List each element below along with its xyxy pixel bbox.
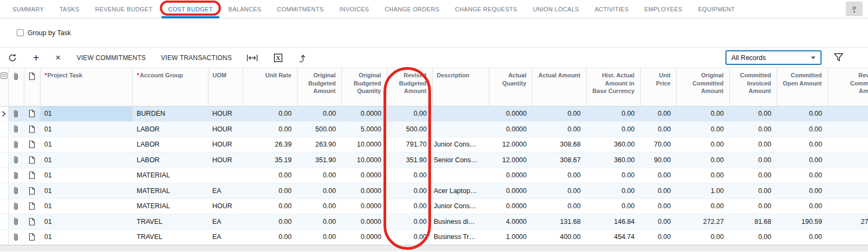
row-attachment-cell[interactable] <box>8 183 24 199</box>
tab-equipment[interactable]: EQUIPMENT <box>698 0 735 18</box>
cell-hist-actual-amount-in-base-currency[interactable]: 0.00 <box>586 183 640 199</box>
cell-revised-committed-amount[interactable]: 0.00 <box>827 106 868 122</box>
cell-actual-quantity[interactable]: 0.0000 <box>489 198 532 214</box>
cell-original-committed-amount[interactable]: 272.27 <box>676 214 729 230</box>
cell-revised-budgeted-amount[interactable]: 0.00 <box>387 106 432 122</box>
cell-revised-budgeted-amount[interactable]: 500.00 <box>387 122 432 137</box>
tab-employees[interactable]: EMPLOYEES <box>644 0 683 18</box>
cell-original-budgeted-quantity[interactable]: 0.0000 <box>341 183 387 199</box>
cell-uom[interactable] <box>208 168 243 183</box>
cell-revised-budgeted-amount[interactable]: 791.70 <box>387 137 432 152</box>
cell-uom[interactable]: HOUR <box>208 152 243 168</box>
table-row[interactable]: 01TRAVELEA0.000.000.00000.00Business di…… <box>0 214 868 230</box>
column-header-project-task[interactable]: *Project Task <box>40 68 132 106</box>
cell-original-budgeted-amount[interactable]: 351.90 <box>297 152 341 168</box>
cell-unit-price[interactable]: 0.00 <box>640 106 676 122</box>
cell-committed-invoiced-amount[interactable]: 0.00 <box>729 198 777 214</box>
row-attachment-cell[interactable] <box>8 106 24 122</box>
cell-project-task[interactable]: 01 <box>40 122 132 137</box>
column-header-row-settings[interactable] <box>0 68 8 106</box>
cell-original-budgeted-amount[interactable]: 500.00 <box>297 122 341 137</box>
column-header-uom[interactable]: UOM <box>208 68 243 106</box>
row-selector-cell[interactable] <box>0 106 8 122</box>
cell-unit-price[interactable]: 0.00 <box>640 214 676 230</box>
column-header-original-committed-amount[interactable]: Original Committed Amount <box>676 68 729 106</box>
column-header-account-group[interactable]: *Account Group <box>132 68 208 106</box>
cell-project-task[interactable]: 01 <box>40 183 132 199</box>
cell-account-group[interactable]: LABOR <box>132 122 208 137</box>
column-header-revised-committed-amount[interactable]: Revised Committed Amount <box>827 68 868 106</box>
upload-button[interactable] <box>299 54 307 62</box>
cell-account-group[interactable]: TRAVEL <box>132 229 208 245</box>
cell-revised-committed-amount[interactable]: 0.00 <box>827 183 868 199</box>
cell-account-group[interactable]: TRAVEL <box>132 214 208 230</box>
cell-original-budgeted-amount[interactable]: 0.00 <box>297 214 341 230</box>
cell-original-budgeted-quantity[interactable]: 0.0000 <box>341 106 387 122</box>
cell-hist-actual-amount-in-base-currency[interactable]: 0.00 <box>586 168 640 183</box>
cell-hist-actual-amount-in-base-currency[interactable]: 360.00 <box>586 152 640 168</box>
cell-unit-price[interactable]: 0.00 <box>640 198 676 214</box>
row-note-cell[interactable] <box>24 183 40 199</box>
table-row[interactable]: 01LABORHOUR26.39263.9010.0000791.70Junio… <box>0 137 868 152</box>
cell-account-group[interactable]: BURDEN <box>132 106 208 122</box>
row-attachment-cell[interactable] <box>8 137 24 152</box>
cell-hist-actual-amount-in-base-currency[interactable]: 146.84 <box>586 214 640 230</box>
cell-project-task[interactable]: 01 <box>40 152 132 168</box>
cell-account-group[interactable]: LABOR <box>132 137 208 152</box>
column-header-original-budgeted-amount[interactable]: Original Budgeted Amount <box>297 68 341 106</box>
cell-original-budgeted-amount[interactable]: 263.90 <box>297 137 341 152</box>
cell-unit-price[interactable]: 0.00 <box>640 122 676 137</box>
column-header-revised-budgeted-amount[interactable]: Revised Budgeted Amount <box>387 68 432 106</box>
cell-description[interactable]: Junior Cons… <box>432 198 489 214</box>
tab-summary[interactable]: SUMMARY <box>12 0 44 18</box>
cell-actual-quantity[interactable]: 12.0000 <box>489 152 532 168</box>
cell-revised-committed-amount[interactable]: 0.00 <box>827 198 868 214</box>
cell-original-budgeted-quantity[interactable]: 0.0000 <box>341 198 387 214</box>
export-excel-button[interactable]: X <box>274 54 282 62</box>
cell-hist-actual-amount-in-base-currency[interactable]: 0.00 <box>586 122 640 137</box>
cell-revised-committed-amount[interactable]: 0.00 <box>827 152 868 168</box>
cell-revised-committed-amount[interactable]: 272.27 <box>827 214 868 230</box>
row-note-cell[interactable] <box>24 106 40 122</box>
cell-revised-budgeted-amount[interactable]: 0.00 <box>387 229 432 245</box>
cell-unit-price[interactable]: 90.00 <box>640 152 676 168</box>
row-note-cell[interactable] <box>24 122 40 137</box>
cell-revised-committed-amount[interactable]: 0.00 <box>827 168 868 183</box>
refresh-button[interactable] <box>8 54 17 62</box>
cell-committed-invoiced-amount[interactable]: 0.00 <box>729 152 777 168</box>
group-by-task-checkbox[interactable] <box>17 29 24 36</box>
table-row[interactable]: 01TRAVELEA0.000.000.00000.00Business Tr…… <box>0 229 868 245</box>
cell-unit-rate[interactable]: 0.00 <box>243 168 297 183</box>
cell-account-group[interactable]: LABOR <box>132 152 208 168</box>
column-header-original-budgeted-quantity[interactable]: Original Budgeted Quantity <box>341 68 387 106</box>
tab-cost-budget[interactable]: COST BUDGET <box>168 0 213 18</box>
cell-unit-price[interactable]: 0.00 <box>640 183 676 199</box>
row-note-cell[interactable] <box>24 198 40 214</box>
cell-hist-actual-amount-in-base-currency[interactable]: 0.00 <box>586 198 640 214</box>
cell-revised-budgeted-amount[interactable]: 0.00 <box>387 214 432 230</box>
cell-original-budgeted-amount[interactable]: 0.00 <box>297 229 341 245</box>
column-header-file[interactable] <box>24 68 40 106</box>
cell-committed-invoiced-amount[interactable]: 0.00 <box>729 183 777 199</box>
cell-uom[interactable]: HOUR <box>208 122 243 137</box>
row-selector-cell[interactable] <box>0 122 8 137</box>
cell-description[interactable] <box>432 168 489 183</box>
records-filter-dropdown[interactable]: All Records <box>725 50 822 65</box>
cell-unit-rate[interactable]: 0.00 <box>243 198 297 214</box>
cell-unit-price[interactable]: 0.00 <box>640 229 676 245</box>
add-row-button[interactable]: + <box>33 54 39 62</box>
tab-union-locals[interactable]: UNION LOCALS <box>533 0 579 18</box>
cell-committed-invoiced-amount[interactable]: 0.00 <box>729 229 777 245</box>
cell-actual-amount[interactable]: 0.00 <box>532 122 586 137</box>
group-by-task-label[interactable]: Group by Task <box>28 29 71 37</box>
tab-change-orders[interactable]: CHANGE ORDERS <box>385 0 439 18</box>
cell-revised-budgeted-amount[interactable]: 351.90 <box>387 152 432 168</box>
row-note-cell[interactable] <box>24 168 40 183</box>
cell-hist-actual-amount-in-base-currency[interactable]: 454.74 <box>586 229 640 245</box>
cell-project-task[interactable]: 01 <box>40 198 132 214</box>
cell-hist-actual-amount-in-base-currency[interactable]: 360.00 <box>586 137 640 152</box>
cell-description[interactable]: Senior Cons… <box>432 152 489 168</box>
cell-original-committed-amount[interactable]: 0.00 <box>676 106 729 122</box>
cell-description[interactable]: Acer Laptop… <box>432 183 489 199</box>
cell-committed-invoiced-amount[interactable]: 81.68 <box>729 214 777 230</box>
